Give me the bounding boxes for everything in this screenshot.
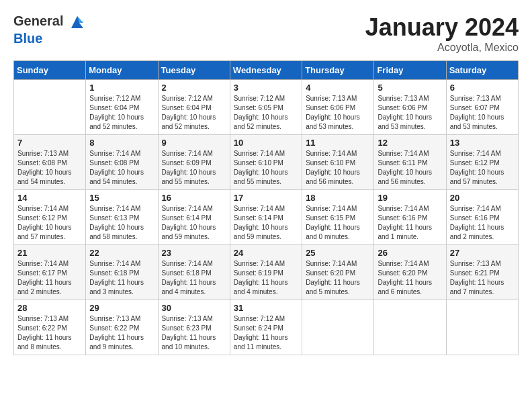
cell-w0-d0 xyxy=(14,80,86,135)
day-number: 1 xyxy=(89,83,154,93)
cell-w3-d2: 23Sunrise: 7:14 AMSunset: 6:18 PMDayligh… xyxy=(158,245,230,300)
day-number: 6 xyxy=(450,83,515,93)
week-row-1: 7Sunrise: 7:13 AMSunset: 6:08 PMDaylight… xyxy=(14,135,519,190)
cell-info: Sunrise: 7:14 AMSunset: 6:16 PMDaylight:… xyxy=(450,204,515,242)
day-number: 22 xyxy=(89,248,154,258)
day-number: 11 xyxy=(306,138,370,148)
day-number: 14 xyxy=(17,193,82,203)
cell-w3-d0: 21Sunrise: 7:14 AMSunset: 6:17 PMDayligh… xyxy=(14,245,86,300)
cell-w1-d4: 11Sunrise: 7:14 AMSunset: 6:10 PMDayligh… xyxy=(302,135,374,190)
day-number: 4 xyxy=(306,83,370,93)
cell-w3-d6: 27Sunrise: 7:13 AMSunset: 6:21 PMDayligh… xyxy=(446,245,518,300)
day-number: 7 xyxy=(17,138,82,148)
cell-w4-d4 xyxy=(302,300,374,355)
day-number: 18 xyxy=(306,193,370,203)
day-number: 23 xyxy=(162,248,226,258)
day-number: 29 xyxy=(89,303,154,313)
cell-info: Sunrise: 7:14 AMSunset: 6:20 PMDaylight:… xyxy=(378,259,442,297)
cell-w0-d2: 2Sunrise: 7:12 AMSunset: 6:04 PMDaylight… xyxy=(158,80,230,135)
cell-info: Sunrise: 7:12 AMSunset: 6:04 PMDaylight:… xyxy=(162,94,226,132)
cell-w3-d3: 24Sunrise: 7:14 AMSunset: 6:19 PMDayligh… xyxy=(230,245,302,300)
logo: General Blue xyxy=(13,13,86,46)
cell-w0-d1: 1Sunrise: 7:12 AMSunset: 6:04 PMDaylight… xyxy=(86,80,158,135)
cell-info: Sunrise: 7:12 AMSunset: 6:05 PMDaylight:… xyxy=(234,94,298,132)
week-row-0: 1Sunrise: 7:12 AMSunset: 6:04 PMDaylight… xyxy=(14,80,519,135)
day-number: 10 xyxy=(234,138,298,148)
day-number: 30 xyxy=(162,303,226,313)
day-number: 15 xyxy=(89,193,154,203)
cell-w3-d4: 25Sunrise: 7:14 AMSunset: 6:20 PMDayligh… xyxy=(302,245,374,300)
cell-info: Sunrise: 7:13 AMSunset: 6:22 PMDaylight:… xyxy=(17,314,82,352)
day-number: 13 xyxy=(450,138,515,148)
day-number: 20 xyxy=(450,193,515,203)
cell-info: Sunrise: 7:13 AMSunset: 6:21 PMDaylight:… xyxy=(450,259,515,297)
cell-w2-d1: 15Sunrise: 7:14 AMSunset: 6:13 PMDayligh… xyxy=(86,190,158,245)
cell-w2-d2: 16Sunrise: 7:14 AMSunset: 6:14 PMDayligh… xyxy=(158,190,230,245)
cell-w0-d5: 5Sunrise: 7:13 AMSunset: 6:06 PMDaylight… xyxy=(374,80,446,135)
cell-info: Sunrise: 7:14 AMSunset: 6:19 PMDaylight:… xyxy=(234,259,298,297)
cell-info: Sunrise: 7:14 AMSunset: 6:15 PMDaylight:… xyxy=(306,204,370,242)
cell-w1-d1: 8Sunrise: 7:14 AMSunset: 6:08 PMDaylight… xyxy=(86,135,158,190)
calendar-table: SundayMondayTuesdayWednesdayThursdayFrid… xyxy=(13,60,519,355)
cell-info: Sunrise: 7:14 AMSunset: 6:16 PMDaylight:… xyxy=(378,204,442,242)
day-number: 24 xyxy=(234,248,298,258)
cell-info: Sunrise: 7:14 AMSunset: 6:14 PMDaylight:… xyxy=(234,204,298,242)
cell-w4-d6 xyxy=(446,300,518,355)
cell-info: Sunrise: 7:14 AMSunset: 6:11 PMDaylight:… xyxy=(378,149,442,187)
cell-w0-d6: 6Sunrise: 7:13 AMSunset: 6:07 PMDaylight… xyxy=(446,80,518,135)
cell-info: Sunrise: 7:14 AMSunset: 6:18 PMDaylight:… xyxy=(89,259,154,297)
cell-info: Sunrise: 7:14 AMSunset: 6:12 PMDaylight:… xyxy=(450,149,515,187)
cell-info: Sunrise: 7:13 AMSunset: 6:06 PMDaylight:… xyxy=(306,94,370,132)
cell-w1-d0: 7Sunrise: 7:13 AMSunset: 6:08 PMDaylight… xyxy=(14,135,86,190)
day-number: 31 xyxy=(234,303,298,313)
cell-w2-d3: 17Sunrise: 7:14 AMSunset: 6:14 PMDayligh… xyxy=(230,190,302,245)
cell-info: Sunrise: 7:14 AMSunset: 6:10 PMDaylight:… xyxy=(234,149,298,187)
week-row-2: 14Sunrise: 7:14 AMSunset: 6:12 PMDayligh… xyxy=(14,190,519,245)
cell-info: Sunrise: 7:14 AMSunset: 6:18 PMDaylight:… xyxy=(162,259,226,297)
cell-w2-d4: 18Sunrise: 7:14 AMSunset: 6:15 PMDayligh… xyxy=(302,190,374,245)
cell-w3-d5: 26Sunrise: 7:14 AMSunset: 6:20 PMDayligh… xyxy=(374,245,446,300)
day-number: 17 xyxy=(234,193,298,203)
cell-w2-d0: 14Sunrise: 7:14 AMSunset: 6:12 PMDayligh… xyxy=(14,190,86,245)
header-monday: Monday xyxy=(86,61,158,80)
cell-w3-d1: 22Sunrise: 7:14 AMSunset: 6:18 PMDayligh… xyxy=(86,245,158,300)
day-number: 2 xyxy=(162,83,226,93)
cell-info: Sunrise: 7:12 AMSunset: 6:04 PMDaylight:… xyxy=(89,94,154,132)
cell-info: Sunrise: 7:13 AMSunset: 6:07 PMDaylight:… xyxy=(450,94,515,132)
header-sunday: Sunday xyxy=(14,61,86,80)
cell-w4-d5 xyxy=(374,300,446,355)
cell-w2-d5: 19Sunrise: 7:14 AMSunset: 6:16 PMDayligh… xyxy=(374,190,446,245)
day-number: 21 xyxy=(17,248,82,258)
cell-w4-d1: 29Sunrise: 7:13 AMSunset: 6:22 PMDayligh… xyxy=(86,300,158,355)
cell-info: Sunrise: 7:14 AMSunset: 6:20 PMDaylight:… xyxy=(306,259,370,297)
cell-info: Sunrise: 7:13 AMSunset: 6:06 PMDaylight:… xyxy=(378,94,442,132)
cell-info: Sunrise: 7:14 AMSunset: 6:12 PMDaylight:… xyxy=(17,204,82,242)
day-number: 27 xyxy=(450,248,515,258)
cell-info: Sunrise: 7:12 AMSunset: 6:24 PMDaylight:… xyxy=(234,314,298,352)
cell-w0-d3: 3Sunrise: 7:12 AMSunset: 6:05 PMDaylight… xyxy=(230,80,302,135)
day-number: 16 xyxy=(162,193,226,203)
page-header: General Blue January 2024 Acoyotla, Mexi… xyxy=(13,13,519,54)
cell-w1-d2: 9Sunrise: 7:14 AMSunset: 6:09 PMDaylight… xyxy=(158,135,230,190)
location-subtitle: Acoyotla, Mexico xyxy=(365,42,519,54)
cell-w1-d6: 13Sunrise: 7:14 AMSunset: 6:12 PMDayligh… xyxy=(446,135,518,190)
cell-info: Sunrise: 7:14 AMSunset: 6:10 PMDaylight:… xyxy=(306,149,370,187)
day-number: 25 xyxy=(306,248,370,258)
cell-info: Sunrise: 7:13 AMSunset: 6:23 PMDaylight:… xyxy=(162,314,226,352)
day-number: 3 xyxy=(234,83,298,93)
week-row-4: 28Sunrise: 7:13 AMSunset: 6:22 PMDayligh… xyxy=(14,300,519,355)
cell-info: Sunrise: 7:13 AMSunset: 6:22 PMDaylight:… xyxy=(89,314,154,352)
month-title: January 2024 xyxy=(365,13,519,42)
cell-w4-d3: 31Sunrise: 7:12 AMSunset: 6:24 PMDayligh… xyxy=(230,300,302,355)
cell-w4-d0: 28Sunrise: 7:13 AMSunset: 6:22 PMDayligh… xyxy=(14,300,86,355)
logo-icon xyxy=(69,13,86,31)
logo-text-blue: Blue xyxy=(13,31,86,46)
cell-w1-d3: 10Sunrise: 7:14 AMSunset: 6:10 PMDayligh… xyxy=(230,135,302,190)
header-tuesday: Tuesday xyxy=(158,61,230,80)
cell-w0-d4: 4Sunrise: 7:13 AMSunset: 6:06 PMDaylight… xyxy=(302,80,374,135)
header-saturday: Saturday xyxy=(446,61,518,80)
cell-w1-d5: 12Sunrise: 7:14 AMSunset: 6:11 PMDayligh… xyxy=(374,135,446,190)
cell-info: Sunrise: 7:13 AMSunset: 6:08 PMDaylight:… xyxy=(17,149,82,187)
calendar-header-row: SundayMondayTuesdayWednesdayThursdayFrid… xyxy=(14,61,519,80)
cell-info: Sunrise: 7:14 AMSunset: 6:09 PMDaylight:… xyxy=(162,149,226,187)
